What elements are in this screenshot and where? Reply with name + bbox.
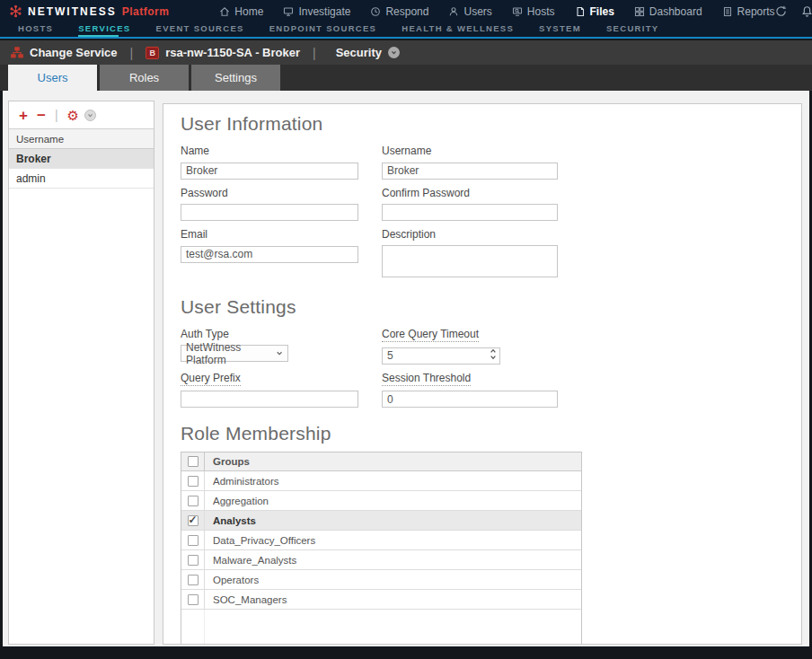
- select-chevron-icon: [276, 349, 283, 357]
- role-name: SOC_Managers: [205, 590, 287, 609]
- broker-service-icon: B: [146, 47, 159, 59]
- core-query-timeout-field-group: Core Query Timeout: [382, 325, 558, 365]
- investigate-icon: [283, 6, 294, 17]
- auth-type-field-group: Auth Type NetWitness Platform: [181, 325, 358, 365]
- name-input[interactable]: [181, 163, 358, 180]
- nav-item-label: Home: [234, 5, 263, 18]
- nav-item-files[interactable]: Files: [575, 5, 614, 18]
- user-information-title: User Information: [181, 113, 801, 135]
- subnav-endpoint-sources[interactable]: ENDPOINT SOURCES: [269, 23, 377, 33]
- query-prefix-field-group: Query Prefix: [181, 369, 358, 409]
- role-name: Administrators: [205, 471, 279, 490]
- role-table-header: Groups: [181, 453, 581, 471]
- role-row-data-privacy-officers[interactable]: Data_Privacy_Officers: [181, 531, 581, 550]
- role-checkbox[interactable]: [188, 594, 199, 605]
- role-checkbox-checked[interactable]: [188, 515, 199, 526]
- core-query-timeout-label: Core Query Timeout: [382, 328, 479, 342]
- role-row-malware-analysts[interactable]: Malware_Analysts: [181, 550, 581, 570]
- change-service-button[interactable]: Change Service: [30, 46, 118, 59]
- tab-roles[interactable]: Roles: [100, 65, 189, 91]
- username-column-header: Username: [9, 129, 154, 149]
- role-row-administrators[interactable]: Administrators: [181, 471, 581, 491]
- username-input[interactable]: [382, 163, 558, 180]
- password-input[interactable]: [181, 204, 358, 221]
- core-query-timeout-input[interactable]: [382, 347, 500, 365]
- session-threshold-input[interactable]: [382, 391, 558, 408]
- confirm-password-label: Confirm Password: [382, 187, 470, 199]
- role-checkbox[interactable]: [188, 555, 199, 566]
- number-spinner[interactable]: [490, 348, 497, 360]
- session-threshold-label: Session Threshold: [382, 372, 471, 386]
- subnav-health-wellness[interactable]: HEALTH & WELLNESS: [402, 23, 514, 33]
- nav-item-hosts[interactable]: Hosts: [512, 5, 555, 18]
- name-field-group: Name: [181, 142, 358, 180]
- delete-user-button[interactable]: −: [37, 108, 46, 123]
- subnav-services[interactable]: SERVICES: [78, 23, 130, 33]
- nav-item-label: Users: [463, 5, 491, 18]
- role-membership-title: Role Membership: [181, 423, 801, 444]
- query-prefix-input[interactable]: [181, 391, 358, 408]
- role-row-operators[interactable]: Operators: [181, 570, 581, 590]
- nav-item-home[interactable]: Home: [219, 5, 263, 18]
- netwitness-logo[interactable]: NETWITNESS Platform: [9, 4, 169, 18]
- username-label: Username: [382, 145, 431, 157]
- reports-icon: [722, 6, 733, 17]
- nav-item-respond[interactable]: Respond: [370, 5, 428, 18]
- tab-settings[interactable]: Settings: [191, 65, 280, 91]
- users-list-toolbar: + − | ⚙: [9, 101, 154, 129]
- description-input[interactable]: [382, 245, 558, 277]
- separator: |: [130, 46, 134, 60]
- role-name: Data_Privacy_Officers: [205, 531, 315, 549]
- role-name: Aggregation: [205, 491, 269, 510]
- nav-item-users[interactable]: Users: [448, 5, 491, 18]
- subnav-security[interactable]: SECURITY: [606, 23, 658, 33]
- change-service-icon: [11, 47, 23, 58]
- role-table-filler-row: [181, 610, 581, 644]
- notifications-bell-icon[interactable]: [801, 5, 812, 17]
- subnav-hosts[interactable]: HOSTS: [18, 23, 53, 33]
- user-row-admin[interactable]: admin: [9, 169, 154, 189]
- email-field-group: Email: [181, 225, 358, 281]
- role-checkbox[interactable]: [188, 535, 199, 546]
- nav-item-label: Files: [590, 5, 614, 18]
- subnav-system[interactable]: SYSTEM: [539, 23, 581, 33]
- starburst-logo-icon: [9, 4, 22, 18]
- add-user-button[interactable]: +: [19, 108, 28, 123]
- role-checkbox[interactable]: [188, 575, 199, 585]
- user-settings-form: Auth Type NetWitness Platform Core Query…: [181, 325, 801, 412]
- nav-item-label: Hosts: [527, 5, 555, 18]
- email-label: Email: [181, 228, 207, 241]
- gear-dropdown-icon[interactable]: [84, 110, 96, 121]
- nav-item-label: Respond: [385, 5, 428, 18]
- user-settings-title: User Settings: [181, 296, 801, 318]
- top-nav-utilities: admin: [775, 5, 812, 17]
- nav-item-reports[interactable]: Reports: [722, 5, 775, 18]
- nav-item-investigate[interactable]: Investigate: [283, 5, 350, 18]
- view-selector[interactable]: Security: [336, 46, 382, 59]
- nav-item-dashboard[interactable]: Dashboard: [634, 5, 702, 18]
- role-membership-table: Groups Administrators Aggregation Analys…: [181, 452, 582, 645]
- description-field-group: Description: [382, 225, 558, 281]
- tab-users[interactable]: Users: [8, 65, 97, 91]
- history-icon[interactable]: [775, 5, 787, 17]
- role-checkbox[interactable]: [188, 496, 199, 506]
- subnav-event-sources[interactable]: EVENT SOURCES: [156, 23, 244, 33]
- top-nav-primary-row: NETWITNESS Platform Home Investigate Res…: [0, 0, 812, 21]
- nav-item-label: Investigate: [298, 5, 350, 18]
- query-prefix-label: Query Prefix: [181, 372, 241, 386]
- nav-item-label: Reports: [737, 5, 775, 18]
- role-row-aggregation[interactable]: Aggregation: [181, 491, 581, 511]
- session-threshold-field-group: Session Threshold: [382, 369, 558, 409]
- role-checkbox[interactable]: [188, 476, 199, 487]
- user-row-broker[interactable]: Broker: [9, 149, 154, 169]
- confirm-password-input[interactable]: [382, 204, 558, 221]
- select-all-checkbox[interactable]: [188, 456, 199, 467]
- view-dropdown-icon[interactable]: [388, 47, 400, 58]
- top-nav-secondary-row: HOSTS SERVICES EVENT SOURCES ENDPOINT SO…: [0, 21, 812, 35]
- auth-type-select[interactable]: NetWitness Platform: [181, 345, 288, 362]
- settings-gear-icon[interactable]: ⚙: [67, 109, 79, 122]
- user-detail-panel: User Information Name Username Password …: [163, 103, 802, 645]
- role-row-analysts[interactable]: Analysts: [181, 511, 581, 531]
- role-row-soc-managers[interactable]: SOC_Managers: [181, 590, 581, 610]
- email-input[interactable]: [181, 246, 358, 263]
